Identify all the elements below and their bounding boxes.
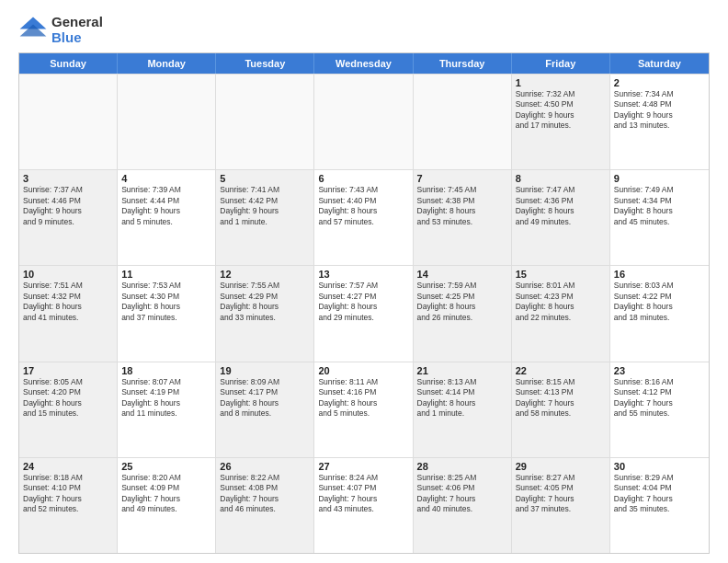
cell-details: Sunrise: 7:57 AM Sunset: 4:27 PM Dayligh… <box>318 281 408 323</box>
calendar-cell: 19Sunrise: 8:09 AM Sunset: 4:17 PM Dayli… <box>216 362 314 457</box>
day-number: 6 <box>318 173 408 184</box>
day-number: 14 <box>417 269 507 280</box>
day-number: 2 <box>614 77 705 88</box>
day-number: 20 <box>318 365 408 376</box>
calendar-cell: 5Sunrise: 7:41 AM Sunset: 4:42 PM Daylig… <box>216 170 314 265</box>
calendar-cell: 25Sunrise: 8:20 AM Sunset: 4:09 PM Dayli… <box>118 458 216 553</box>
calendar-cell: 28Sunrise: 8:25 AM Sunset: 4:06 PM Dayli… <box>414 458 512 553</box>
calendar-header: SundayMondayTuesdayWednesdayThursdayFrid… <box>19 53 709 74</box>
calendar-cell: 30Sunrise: 8:29 AM Sunset: 4:04 PM Dayli… <box>610 458 709 553</box>
cell-details: Sunrise: 8:05 AM Sunset: 4:20 PM Dayligh… <box>23 377 113 419</box>
calendar-cell: 22Sunrise: 8:15 AM Sunset: 4:13 PM Dayli… <box>512 362 610 457</box>
calendar-cell <box>414 75 512 169</box>
day-number: 1 <box>516 77 606 88</box>
calendar-body: 1Sunrise: 7:32 AM Sunset: 4:50 PM Daylig… <box>19 74 709 553</box>
cell-details: Sunrise: 8:16 AM Sunset: 4:12 PM Dayligh… <box>614 377 705 419</box>
cell-details: Sunrise: 8:24 AM Sunset: 4:07 PM Dayligh… <box>318 473 408 515</box>
cell-details: Sunrise: 7:41 AM Sunset: 4:42 PM Dayligh… <box>220 185 310 227</box>
calendar-cell: 23Sunrise: 8:16 AM Sunset: 4:12 PM Dayli… <box>610 362 709 457</box>
day-number: 15 <box>516 269 606 280</box>
cell-details: Sunrise: 8:09 AM Sunset: 4:17 PM Dayligh… <box>220 377 310 419</box>
cell-details: Sunrise: 7:32 AM Sunset: 4:50 PM Dayligh… <box>516 89 606 132</box>
day-number: 10 <box>23 269 113 280</box>
day-number: 18 <box>121 365 211 376</box>
calendar-cell: 11Sunrise: 7:53 AM Sunset: 4:30 PM Dayli… <box>118 266 216 361</box>
cell-details: Sunrise: 8:29 AM Sunset: 4:04 PM Dayligh… <box>614 473 705 515</box>
cell-details: Sunrise: 8:07 AM Sunset: 4:19 PM Dayligh… <box>121 377 211 419</box>
header-day-thursday: Thursday <box>414 53 512 74</box>
day-number: 25 <box>121 461 211 472</box>
cell-details: Sunrise: 7:39 AM Sunset: 4:44 PM Dayligh… <box>121 185 211 227</box>
page-header: General Blue <box>18 15 710 45</box>
cell-details: Sunrise: 8:18 AM Sunset: 4:10 PM Dayligh… <box>23 473 113 515</box>
cell-details: Sunrise: 8:13 AM Sunset: 4:14 PM Dayligh… <box>417 377 507 419</box>
calendar-row-0: 1Sunrise: 7:32 AM Sunset: 4:50 PM Daylig… <box>19 74 709 169</box>
calendar-cell: 12Sunrise: 7:55 AM Sunset: 4:29 PM Dayli… <box>216 266 314 361</box>
calendar-cell <box>19 75 118 169</box>
cell-details: Sunrise: 8:01 AM Sunset: 4:23 PM Dayligh… <box>516 281 606 323</box>
calendar-cell: 24Sunrise: 8:18 AM Sunset: 4:10 PM Dayli… <box>19 458 118 553</box>
day-number: 5 <box>220 173 310 184</box>
cell-details: Sunrise: 7:43 AM Sunset: 4:40 PM Dayligh… <box>318 185 408 227</box>
cell-details: Sunrise: 7:47 AM Sunset: 4:36 PM Dayligh… <box>516 185 606 227</box>
cell-details: Sunrise: 8:20 AM Sunset: 4:09 PM Dayligh… <box>121 473 211 515</box>
calendar-cell: 9Sunrise: 7:49 AM Sunset: 4:34 PM Daylig… <box>610 170 709 265</box>
calendar-cell <box>118 75 216 169</box>
cell-details: Sunrise: 8:03 AM Sunset: 4:22 PM Dayligh… <box>614 281 705 323</box>
day-number: 27 <box>318 461 408 472</box>
day-number: 17 <box>23 365 113 376</box>
day-number: 28 <box>417 461 507 472</box>
calendar: SundayMondayTuesdayWednesdayThursdayFrid… <box>18 52 710 554</box>
day-number: 22 <box>516 365 606 376</box>
cell-details: Sunrise: 7:34 AM Sunset: 4:48 PM Dayligh… <box>614 89 705 132</box>
header-day-friday: Friday <box>512 53 610 74</box>
calendar-cell: 27Sunrise: 8:24 AM Sunset: 4:07 PM Dayli… <box>314 458 413 553</box>
logo-general: General <box>51 15 103 30</box>
calendar-cell: 3Sunrise: 7:37 AM Sunset: 4:46 PM Daylig… <box>19 170 118 265</box>
calendar-row-3: 17Sunrise: 8:05 AM Sunset: 4:20 PM Dayli… <box>19 362 709 457</box>
calendar-cell: 6Sunrise: 7:43 AM Sunset: 4:40 PM Daylig… <box>314 170 413 265</box>
header-day-wednesday: Wednesday <box>314 53 413 74</box>
day-number: 3 <box>23 173 113 184</box>
calendar-cell: 4Sunrise: 7:39 AM Sunset: 4:44 PM Daylig… <box>118 170 216 265</box>
day-number: 4 <box>121 173 211 184</box>
calendar-cell: 21Sunrise: 8:13 AM Sunset: 4:14 PM Dayli… <box>414 362 512 457</box>
calendar-cell <box>314 75 413 169</box>
day-number: 19 <box>220 365 310 376</box>
calendar-cell: 15Sunrise: 8:01 AM Sunset: 4:23 PM Dayli… <box>512 266 610 361</box>
day-number: 12 <box>220 269 310 280</box>
cell-details: Sunrise: 7:59 AM Sunset: 4:25 PM Dayligh… <box>417 281 507 323</box>
cell-details: Sunrise: 8:15 AM Sunset: 4:13 PM Dayligh… <box>516 377 606 419</box>
cell-details: Sunrise: 8:27 AM Sunset: 4:05 PM Dayligh… <box>516 473 606 515</box>
calendar-cell: 8Sunrise: 7:47 AM Sunset: 4:36 PM Daylig… <box>512 170 610 265</box>
calendar-cell: 20Sunrise: 8:11 AM Sunset: 4:16 PM Dayli… <box>314 362 413 457</box>
calendar-cell: 13Sunrise: 7:57 AM Sunset: 4:27 PM Dayli… <box>314 266 413 361</box>
day-number: 7 <box>417 173 507 184</box>
calendar-row-2: 10Sunrise: 7:51 AM Sunset: 4:32 PM Dayli… <box>19 265 709 361</box>
cell-details: Sunrise: 7:55 AM Sunset: 4:29 PM Dayligh… <box>220 281 310 323</box>
cell-details: Sunrise: 8:25 AM Sunset: 4:06 PM Dayligh… <box>417 473 507 515</box>
day-number: 13 <box>318 269 408 280</box>
header-day-tuesday: Tuesday <box>216 53 314 74</box>
day-number: 8 <box>516 173 606 184</box>
calendar-row-4: 24Sunrise: 8:18 AM Sunset: 4:10 PM Dayli… <box>19 457 709 553</box>
day-number: 16 <box>614 269 705 280</box>
cell-details: Sunrise: 7:49 AM Sunset: 4:34 PM Dayligh… <box>614 185 705 227</box>
day-number: 9 <box>614 173 705 184</box>
calendar-cell: 18Sunrise: 8:07 AM Sunset: 4:19 PM Dayli… <box>118 362 216 457</box>
calendar-cell: 14Sunrise: 7:59 AM Sunset: 4:25 PM Dayli… <box>414 266 512 361</box>
logo-text: General Blue <box>51 15 103 45</box>
cell-details: Sunrise: 7:37 AM Sunset: 4:46 PM Dayligh… <box>23 185 113 227</box>
logo-icon <box>18 16 48 45</box>
header-day-saturday: Saturday <box>610 53 709 74</box>
cell-details: Sunrise: 7:53 AM Sunset: 4:30 PM Dayligh… <box>121 281 211 323</box>
logo: General Blue <box>18 15 103 45</box>
calendar-cell <box>216 75 314 169</box>
calendar-cell: 2Sunrise: 7:34 AM Sunset: 4:48 PM Daylig… <box>610 75 709 169</box>
calendar-cell: 16Sunrise: 8:03 AM Sunset: 4:22 PM Dayli… <box>610 266 709 361</box>
cell-details: Sunrise: 8:22 AM Sunset: 4:08 PM Dayligh… <box>220 473 310 515</box>
cell-details: Sunrise: 7:45 AM Sunset: 4:38 PM Dayligh… <box>417 185 507 227</box>
calendar-cell: 26Sunrise: 8:22 AM Sunset: 4:08 PM Dayli… <box>216 458 314 553</box>
day-number: 23 <box>614 365 705 376</box>
calendar-row-1: 3Sunrise: 7:37 AM Sunset: 4:46 PM Daylig… <box>19 169 709 265</box>
